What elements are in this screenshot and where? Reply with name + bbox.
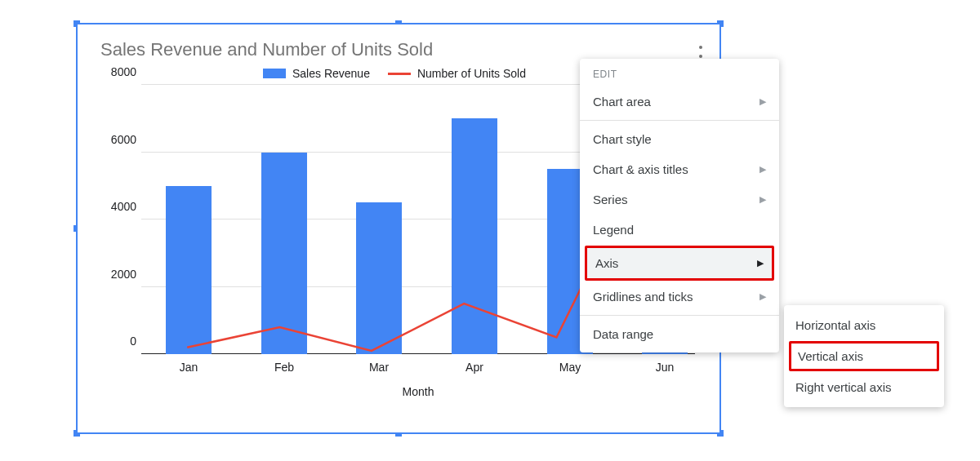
x-axis-line — [141, 353, 695, 354]
legend-label: Number of Units Sold — [417, 67, 526, 80]
menu-item-label: Axis — [595, 256, 618, 270]
legend-item-sales-revenue[interactable]: Sales Revenue — [263, 67, 370, 80]
submenu-item-right-vertical-axis[interactable]: Right vertical axis — [784, 372, 944, 402]
chevron-right-icon: ▶ — [760, 164, 766, 175]
legend-item-units-sold[interactable]: Number of Units Sold — [388, 67, 526, 80]
menu-item-series[interactable]: Series ▶ — [580, 184, 779, 215]
y-tick-label: 4000 — [100, 200, 136, 213]
bar-feb[interactable] — [261, 153, 307, 355]
submenu-item-horizontal-axis[interactable]: Horizontal axis — [784, 310, 944, 340]
chevron-right-icon: ▶ — [760, 194, 766, 205]
menu-item-label: Chart style — [593, 132, 652, 146]
menu-item-chart-axis-titles[interactable]: Chart & axis titles ▶ — [580, 154, 779, 184]
legend-label: Sales Revenue — [292, 67, 370, 80]
bar-apr[interactable] — [452, 118, 497, 354]
menu-item-label: Right vertical axis — [795, 380, 892, 394]
menu-item-label: Vertical axis — [798, 349, 863, 363]
x-tick-label: Apr — [466, 361, 483, 374]
x-tick-label: May — [559, 361, 581, 374]
menu-item-label: Horizontal axis — [795, 318, 875, 332]
menu-separator — [580, 315, 779, 316]
legend-swatch-bar-icon — [263, 69, 286, 78]
chart-editor-context-menu: EDIT Chart area ▶ Chart style Chart & ax… — [580, 59, 779, 352]
menu-item-label: Data range — [593, 327, 653, 341]
x-axis-title: Month — [133, 385, 703, 398]
chevron-right-icon: ▶ — [757, 258, 764, 268]
menu-item-chart-area[interactable]: Chart area ▶ — [580, 86, 779, 117]
x-tick-label: Feb — [274, 361, 294, 374]
y-tick-label: 2000 — [100, 268, 136, 281]
menu-item-label: Series — [593, 193, 628, 206]
menu-item-legend[interactable]: Legend — [580, 215, 779, 245]
menu-item-gridlines-ticks[interactable]: Gridlines and ticks ▶ — [580, 281, 779, 312]
chart-title: Sales Revenue and Number of Units Sold — [100, 39, 703, 60]
menu-item-label: Gridlines and ticks — [593, 290, 693, 304]
menu-item-axis[interactable]: Axis ▶ — [585, 246, 774, 281]
menu-item-chart-style[interactable]: Chart style — [580, 124, 779, 154]
bar-jan[interactable] — [166, 186, 212, 354]
menu-separator — [580, 120, 779, 121]
legend-swatch-line-icon — [388, 73, 411, 75]
chevron-right-icon: ▶ — [760, 96, 766, 107]
menu-section-header: EDIT — [580, 59, 779, 86]
menu-item-label: Chart area — [593, 95, 651, 109]
menu-item-label: Legend — [593, 223, 634, 237]
chevron-right-icon: ▶ — [760, 291, 766, 302]
x-tick-label: Jan — [180, 361, 198, 374]
menu-item-data-range[interactable]: Data range — [580, 319, 779, 349]
bar-mar[interactable] — [356, 202, 402, 354]
submenu-item-vertical-axis[interactable]: Vertical axis — [789, 341, 939, 371]
x-tick-label: Mar — [369, 361, 389, 374]
menu-item-label: Chart & axis titles — [593, 162, 688, 176]
axis-submenu: Horizontal axis Vertical axis Right vert… — [784, 305, 944, 407]
y-tick-label: 6000 — [100, 133, 136, 146]
y-tick-label: 0 — [100, 335, 136, 348]
y-tick-label: 8000 — [100, 65, 136, 78]
x-tick-label: Jun — [656, 361, 675, 374]
